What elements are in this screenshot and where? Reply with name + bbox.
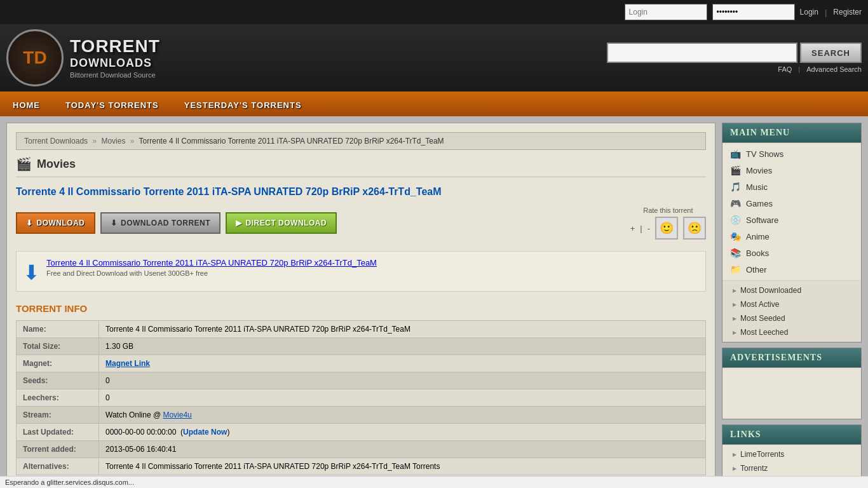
- search-input[interactable]: [607, 43, 797, 63]
- breadcrumb-home[interactable]: Torrent Downloads: [24, 137, 88, 146]
- faq-link[interactable]: FAQ: [778, 65, 792, 73]
- header: TD TORRENT DOWNLOADS Bittorrent Download…: [0, 24, 868, 94]
- nav-bar: HOME TODAY'S TORRENTS YESTERDAY'S TORREN…: [0, 94, 868, 116]
- table-row: Torrent added: 2013-05-06 16:40:41: [17, 441, 706, 458]
- search-row: SEARCH: [607, 43, 862, 63]
- sidebar-item-games[interactable]: 🎮 Games: [722, 195, 861, 212]
- magnet-value: Magnet Link: [99, 355, 706, 372]
- sidebar-item-tvshows[interactable]: 📺 TV Shows: [722, 146, 861, 162]
- status-text: Esperando a glitter.services.disqus.com.…: [5, 478, 134, 486]
- games-label: Games: [746, 199, 773, 208]
- download-buttons: ⬇ DOWNLOAD ⬇ DOWNLOAD TORRENT ▶ DIRECT D…: [16, 207, 706, 240]
- sidebar-item-anime[interactable]: 🎭 Anime: [722, 228, 861, 245]
- added-value: 2013-05-06 16:40:41: [99, 441, 706, 458]
- stream-label: Stream:: [17, 407, 99, 424]
- table-row: Stream: Watch Online @ Movie4u: [17, 407, 706, 424]
- table-row: Name: Torrente 4 Il Commissario Torrente…: [17, 321, 706, 338]
- update-now-link[interactable]: Update Now: [183, 428, 227, 437]
- breadcrumb-movies[interactable]: Movies: [101, 137, 125, 146]
- content-area: Torrent Downloads » Movies » Torrente 4 …: [6, 123, 715, 488]
- search-area: SEARCH FAQ | Advanced Search: [607, 43, 862, 73]
- torrent-info-table: Name: Torrente 4 Il Commissario Torrente…: [16, 320, 706, 475]
- stream-value: Watch Online @ Movie4u: [99, 407, 706, 424]
- most-active-link[interactable]: Most Active: [722, 297, 861, 311]
- books-icon: 📚: [730, 248, 741, 258]
- login-input[interactable]: [625, 4, 707, 20]
- music-icon: 🎵: [730, 182, 741, 192]
- torrent-info-title: TORRENT INFO: [16, 303, 706, 314]
- software-label: Software: [746, 215, 778, 225]
- nav-home[interactable]: HOME: [0, 94, 53, 116]
- film-icon: 🎬: [16, 156, 32, 172]
- sidebar: MAIN MENU 📺 TV Shows 🎬 Movies 🎵 Music 🎮 …: [722, 123, 862, 488]
- rate-minus-text: -: [648, 224, 650, 233]
- table-row: Leechers: 0: [17, 390, 706, 407]
- rate-sad-button[interactable]: 🙁: [683, 217, 706, 240]
- most-downloaded-link[interactable]: Most Downloaded: [722, 283, 861, 297]
- download-button[interactable]: ⬇ DOWNLOAD: [16, 212, 95, 234]
- table-row: Alternatives: Torrente 4 Il Commissario …: [17, 458, 706, 475]
- stream-link[interactable]: Movie4u: [163, 410, 191, 419]
- sidebar-menu: 📺 TV Shows 🎬 Movies 🎵 Music 🎮 Games 💿: [722, 143, 861, 280]
- advanced-search-link[interactable]: Advanced Search: [806, 65, 862, 73]
- download-label: DOWNLOAD: [37, 219, 85, 227]
- direct-link-row: ⬇ Torrente 4 Il Commissario Torrente 201…: [16, 251, 706, 292]
- login-link[interactable]: Login: [800, 8, 818, 17]
- site-title-line1: TORRENT: [70, 37, 160, 57]
- table-row: Last Updated: 0000-00-00 00:00:00 (Updat…: [17, 424, 706, 441]
- seeds-value: 0: [99, 372, 706, 390]
- limetorrents-link[interactable]: LimeTorrents: [722, 447, 861, 461]
- table-row: Magnet: Magnet Link: [17, 355, 706, 372]
- download-arrow-icon: ⬇: [26, 219, 33, 227]
- sidebar-item-music[interactable]: 🎵 Music: [722, 179, 861, 195]
- breadcrumb-current: Torrente 4 Il Commissario Torrente 2011 …: [139, 137, 444, 146]
- size-value: 1.30 GB: [99, 338, 706, 355]
- ads-box: ADVERTISEMENTS: [722, 348, 862, 419]
- most-leeched-link[interactable]: Most Leeched: [722, 325, 861, 339]
- seeds-label: Seeds:: [17, 372, 99, 390]
- rate-sep-text: |: [640, 224, 642, 233]
- logo-text: TORRENT DOWNLOADS Bittorrent Download So…: [70, 37, 160, 79]
- download-arrow-big-icon: ⬇: [23, 261, 40, 285]
- logo-icon: TD: [6, 29, 64, 86]
- direct-download-button[interactable]: ▶ DIRECT DOWNLOAD: [226, 212, 337, 234]
- dl-torrent-label: DOWNLOAD TORRENT: [121, 219, 210, 227]
- most-seeded-link[interactable]: Most Seeded: [722, 311, 861, 325]
- download-torrent-button[interactable]: ⬇ DOWNLOAD TORRENT: [100, 212, 221, 234]
- updated-time: 0000-00-00 00:00:00: [105, 428, 176, 437]
- register-link[interactable]: Register: [833, 8, 862, 17]
- search-links: FAQ | Advanced Search: [778, 65, 862, 73]
- sidebar-item-movies[interactable]: 🎬 Movies: [722, 162, 861, 179]
- rate-controls: + | - 🙂 🙁: [630, 217, 706, 240]
- dl-torrent-icon: ⬇: [111, 219, 118, 227]
- direct-download-link[interactable]: Torrente 4 Il Commissario Torrente 2011 …: [46, 258, 377, 268]
- table-row: Total Size: 1.30 GB: [17, 338, 706, 355]
- password-input[interactable]: [712, 4, 795, 20]
- rate-happy-button[interactable]: 🙂: [655, 217, 678, 240]
- other-label: Other: [746, 265, 767, 274]
- main-menu-header: MAIN MENU: [722, 123, 861, 143]
- sidebar-item-books[interactable]: 📚 Books: [722, 245, 861, 261]
- page-title: 🎬 Movies: [16, 156, 706, 177]
- torrentz-link[interactable]: Torrentz: [722, 461, 861, 475]
- leechers-label: Leechers:: [17, 390, 99, 407]
- sidebar-item-software[interactable]: 💿 Software: [722, 212, 861, 228]
- direct-icon: ▶: [236, 219, 242, 227]
- search-button[interactable]: SEARCH: [800, 43, 862, 63]
- updated-label: Last Updated:: [17, 424, 99, 441]
- leechers-value: 0: [99, 390, 706, 407]
- anime-icon: 🎭: [730, 231, 741, 241]
- magnet-link[interactable]: Magnet Link: [105, 359, 150, 368]
- tvshows-icon: 📺: [730, 149, 741, 159]
- nav-yesterday[interactable]: YESTERDAY'S TORRENTS: [172, 94, 315, 116]
- sidebar-submenu: Most Downloaded Most Active Most Seeded …: [722, 280, 861, 342]
- main-layout: Torrent Downloads » Movies » Torrente 4 …: [0, 116, 868, 488]
- nav-today[interactable]: TODAY'S TORRENTS: [53, 94, 172, 116]
- status-bar: Esperando a glitter.services.disqus.com.…: [0, 476, 868, 488]
- rate-plus-text: +: [630, 224, 635, 233]
- sidebar-item-other[interactable]: 📁 Other: [722, 261, 861, 278]
- page-category: Movies: [37, 158, 76, 171]
- name-label: Name:: [17, 321, 99, 338]
- logo-area: TD TORRENT DOWNLOADS Bittorrent Download…: [6, 29, 160, 86]
- movies-icon: 🎬: [730, 165, 741, 175]
